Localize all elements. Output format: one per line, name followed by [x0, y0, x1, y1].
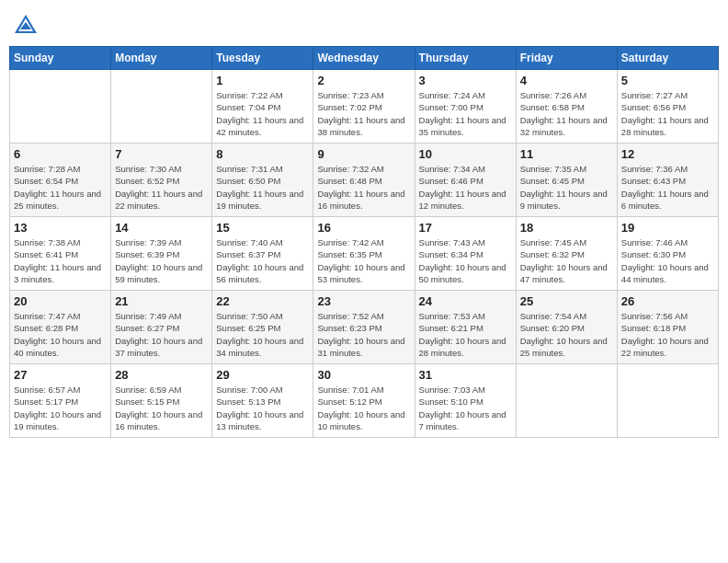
calendar-cell: 6Sunrise: 7:28 AM Sunset: 6:54 PM Daylig…: [10, 144, 111, 217]
day-info: Sunrise: 7:00 AM Sunset: 5:13 PM Dayligh…: [216, 384, 309, 432]
day-number: 13: [14, 221, 107, 235]
day-info: Sunrise: 7:28 AM Sunset: 6:54 PM Dayligh…: [14, 163, 107, 212]
day-number: 14: [115, 221, 208, 235]
day-info: Sunrise: 7:56 AM Sunset: 6:18 PM Dayligh…: [621, 310, 714, 359]
calendar-cell: 3Sunrise: 7:24 AM Sunset: 7:00 PM Daylig…: [415, 70, 516, 144]
calendar-cell: 28Sunrise: 6:59 AM Sunset: 5:15 PM Dayli…: [111, 364, 212, 438]
day-number: 16: [317, 221, 410, 235]
day-number: 29: [216, 368, 309, 382]
calendar-table: SundayMondayTuesdayWednesdayThursdayFrid…: [9, 46, 719, 438]
page-header: [9, 9, 719, 39]
day-info: Sunrise: 7:52 AM Sunset: 6:23 PM Dayligh…: [317, 310, 410, 359]
calendar-cell: 4Sunrise: 7:26 AM Sunset: 6:58 PM Daylig…: [516, 70, 617, 144]
day-number: 2: [317, 74, 410, 87]
calendar-cell: 31Sunrise: 7:03 AM Sunset: 5:10 PM Dayli…: [415, 364, 516, 438]
day-header-tuesday: Tuesday: [212, 47, 313, 70]
day-number: 17: [419, 221, 512, 235]
week-row-3: 13Sunrise: 7:38 AM Sunset: 6:41 PM Dayli…: [10, 217, 719, 291]
day-number: 30: [317, 368, 410, 382]
day-header-saturday: Saturday: [617, 47, 718, 70]
calendar-cell: [10, 70, 111, 144]
calendar-cell: 17Sunrise: 7:43 AM Sunset: 6:34 PM Dayli…: [415, 217, 516, 291]
day-info: Sunrise: 7:34 AM Sunset: 6:46 PM Dayligh…: [419, 163, 512, 212]
day-info: Sunrise: 7:22 AM Sunset: 7:04 PM Dayligh…: [216, 89, 309, 138]
day-number: 31: [419, 368, 512, 382]
header-row: SundayMondayTuesdayWednesdayThursdayFrid…: [10, 47, 719, 70]
calendar-cell: 23Sunrise: 7:52 AM Sunset: 6:23 PM Dayli…: [313, 291, 415, 364]
day-number: 21: [115, 294, 208, 308]
week-row-5: 27Sunrise: 6:57 AM Sunset: 5:17 PM Dayli…: [10, 364, 719, 438]
day-info: Sunrise: 7:39 AM Sunset: 6:39 PM Dayligh…: [115, 236, 208, 285]
calendar-cell: 30Sunrise: 7:01 AM Sunset: 5:12 PM Dayli…: [313, 364, 415, 438]
calendar-cell: 26Sunrise: 7:56 AM Sunset: 6:18 PM Dayli…: [617, 291, 718, 364]
calendar-cell: 21Sunrise: 7:49 AM Sunset: 6:27 PM Dayli…: [111, 291, 212, 364]
day-number: 25: [520, 294, 613, 308]
calendar-cell: 18Sunrise: 7:45 AM Sunset: 6:32 PM Dayli…: [516, 217, 617, 291]
day-number: 4: [520, 74, 613, 87]
day-info: Sunrise: 7:38 AM Sunset: 6:41 PM Dayligh…: [14, 236, 107, 285]
day-number: 28: [115, 368, 208, 382]
day-number: 7: [115, 147, 208, 161]
day-info: Sunrise: 7:27 AM Sunset: 6:56 PM Dayligh…: [621, 89, 714, 138]
day-info: Sunrise: 7:53 AM Sunset: 6:21 PM Dayligh…: [419, 310, 512, 359]
calendar-cell: [516, 364, 617, 438]
calendar-cell: 1Sunrise: 7:22 AM Sunset: 7:04 PM Daylig…: [212, 70, 313, 144]
day-info: Sunrise: 7:03 AM Sunset: 5:10 PM Dayligh…: [419, 384, 512, 432]
calendar-cell: [617, 364, 718, 438]
day-info: Sunrise: 7:01 AM Sunset: 5:12 PM Dayligh…: [317, 384, 410, 432]
day-info: Sunrise: 7:47 AM Sunset: 6:28 PM Dayligh…: [14, 310, 107, 359]
calendar-cell: 7Sunrise: 7:30 AM Sunset: 6:52 PM Daylig…: [111, 144, 212, 217]
day-number: 3: [419, 74, 512, 87]
calendar-cell: 16Sunrise: 7:42 AM Sunset: 6:35 PM Dayli…: [313, 217, 415, 291]
day-info: Sunrise: 7:31 AM Sunset: 6:50 PM Dayligh…: [216, 163, 309, 212]
day-number: 19: [621, 221, 714, 235]
calendar-cell: 12Sunrise: 7:36 AM Sunset: 6:43 PM Dayli…: [617, 144, 718, 217]
day-info: Sunrise: 7:46 AM Sunset: 6:30 PM Dayligh…: [621, 236, 714, 285]
day-info: Sunrise: 7:43 AM Sunset: 6:34 PM Dayligh…: [419, 236, 512, 285]
calendar-cell: 11Sunrise: 7:35 AM Sunset: 6:45 PM Dayli…: [516, 144, 617, 217]
day-number: 23: [317, 294, 410, 308]
week-row-4: 20Sunrise: 7:47 AM Sunset: 6:28 PM Dayli…: [10, 291, 719, 364]
day-number: 27: [14, 368, 107, 382]
day-number: 1: [216, 74, 309, 87]
day-header-sunday: Sunday: [10, 47, 111, 70]
calendar-cell: [111, 70, 212, 144]
day-header-thursday: Thursday: [415, 47, 516, 70]
day-number: 8: [216, 147, 309, 161]
day-info: Sunrise: 7:49 AM Sunset: 6:27 PM Dayligh…: [115, 310, 208, 359]
week-row-1: 1Sunrise: 7:22 AM Sunset: 7:04 PM Daylig…: [10, 70, 719, 144]
day-header-monday: Monday: [111, 47, 212, 70]
day-info: Sunrise: 7:23 AM Sunset: 7:02 PM Dayligh…: [317, 89, 410, 138]
day-info: Sunrise: 7:54 AM Sunset: 6:20 PM Dayligh…: [520, 310, 613, 359]
calendar-cell: 14Sunrise: 7:39 AM Sunset: 6:39 PM Dayli…: [111, 217, 212, 291]
day-info: Sunrise: 6:59 AM Sunset: 5:15 PM Dayligh…: [115, 384, 208, 432]
day-number: 22: [216, 294, 309, 308]
day-number: 26: [621, 294, 714, 308]
day-info: Sunrise: 7:40 AM Sunset: 6:37 PM Dayligh…: [216, 236, 309, 285]
calendar-cell: 9Sunrise: 7:32 AM Sunset: 6:48 PM Daylig…: [313, 144, 415, 217]
calendar-cell: 13Sunrise: 7:38 AM Sunset: 6:41 PM Dayli…: [10, 217, 111, 291]
calendar-cell: 2Sunrise: 7:23 AM Sunset: 7:02 PM Daylig…: [313, 70, 415, 144]
day-number: 24: [419, 294, 512, 308]
logo: [13, 13, 42, 39]
day-info: Sunrise: 7:26 AM Sunset: 6:58 PM Dayligh…: [520, 89, 613, 138]
day-number: 11: [520, 147, 613, 161]
calendar-cell: 24Sunrise: 7:53 AM Sunset: 6:21 PM Dayli…: [415, 291, 516, 364]
day-number: 20: [14, 294, 107, 308]
calendar-cell: 15Sunrise: 7:40 AM Sunset: 6:37 PM Dayli…: [212, 217, 313, 291]
day-number: 18: [520, 221, 613, 235]
day-number: 5: [621, 74, 714, 87]
calendar-cell: 19Sunrise: 7:46 AM Sunset: 6:30 PM Dayli…: [617, 217, 718, 291]
calendar-cell: 25Sunrise: 7:54 AM Sunset: 6:20 PM Dayli…: [516, 291, 617, 364]
day-number: 6: [14, 147, 107, 161]
calendar-cell: 29Sunrise: 7:00 AM Sunset: 5:13 PM Dayli…: [212, 364, 313, 438]
calendar-cell: 22Sunrise: 7:50 AM Sunset: 6:25 PM Dayli…: [212, 291, 313, 364]
day-info: Sunrise: 7:35 AM Sunset: 6:45 PM Dayligh…: [520, 163, 613, 212]
calendar-cell: 10Sunrise: 7:34 AM Sunset: 6:46 PM Dayli…: [415, 144, 516, 217]
day-info: Sunrise: 7:24 AM Sunset: 7:00 PM Dayligh…: [419, 89, 512, 138]
calendar-cell: 5Sunrise: 7:27 AM Sunset: 6:56 PM Daylig…: [617, 70, 718, 144]
day-info: Sunrise: 7:36 AM Sunset: 6:43 PM Dayligh…: [621, 163, 714, 212]
day-number: 10: [419, 147, 512, 161]
day-header-wednesday: Wednesday: [313, 47, 415, 70]
calendar-cell: 20Sunrise: 7:47 AM Sunset: 6:28 PM Dayli…: [10, 291, 111, 364]
